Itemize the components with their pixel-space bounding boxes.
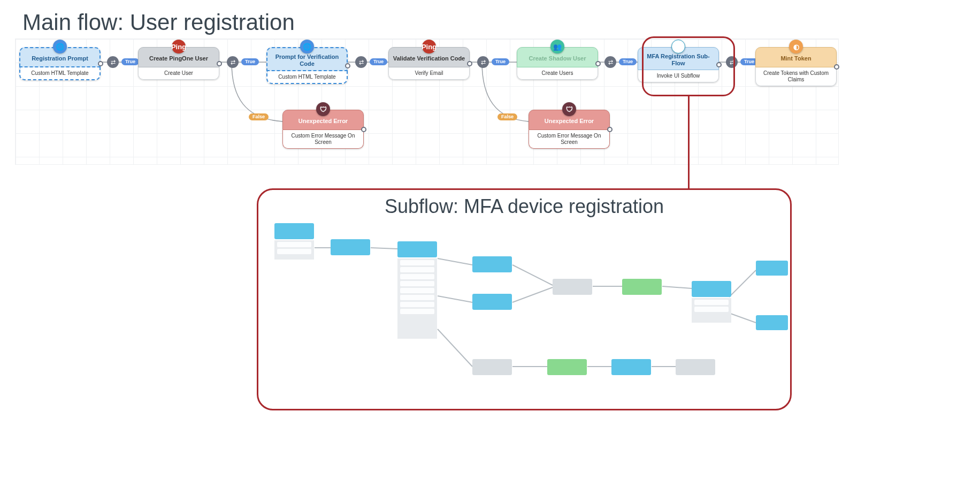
node-subtitle: Custom HTML Template — [19, 67, 101, 80]
node-subtitle: Custom HTML Template — [266, 71, 348, 84]
subflow-node — [472, 359, 512, 375]
port-out-icon — [716, 62, 722, 67]
shield-icon: 🛡 — [562, 102, 576, 116]
port-out-icon — [607, 127, 612, 132]
node-validate-verification-code[interactable]: Ping Validate Verification Code Verify E… — [388, 47, 470, 80]
node-create-pingone-user[interactable]: Ping Create PingOne User Create User — [138, 47, 219, 80]
node-prompt-verification-code[interactable]: 🌐 Prompt for Verification Code Custom HT… — [266, 47, 348, 84]
port-out-icon — [217, 61, 222, 66]
svg-line-15 — [729, 313, 756, 323]
svg-line-8 — [438, 258, 472, 265]
true-pill: True — [241, 58, 259, 65]
node-subtitle: Custom Error Message On Screen — [282, 130, 364, 149]
svg-line-11 — [512, 287, 553, 302]
port-out-icon — [361, 127, 366, 132]
subflow-node — [676, 359, 715, 375]
subflow-node — [622, 279, 662, 295]
connector-dot — [107, 56, 119, 68]
subflow-icon: ⇆ — [671, 40, 685, 54]
svg-line-7 — [371, 248, 397, 249]
connector-dot — [604, 56, 616, 68]
subflow-node-body — [397, 258, 437, 339]
connector-dot — [355, 56, 367, 68]
subflow-node — [692, 281, 731, 297]
globe-icon: 🌐 — [300, 40, 314, 54]
subflow-node — [472, 256, 512, 272]
subflow-panel: Subflow: MFA device registration — [257, 188, 792, 410]
subflow-title: Subflow: MFA device registration — [258, 195, 790, 218]
true-pill: True — [121, 58, 139, 65]
subflow-node — [274, 223, 314, 239]
node-create-shadow-user[interactable]: 👥 Create Shadow User Create Users — [517, 47, 598, 80]
port-out-icon — [98, 61, 103, 66]
port-out-icon — [467, 61, 472, 66]
node-subtitle: Invoke UI Subflow — [638, 70, 719, 82]
node-subtitle: Create Users — [517, 67, 598, 80]
ping-icon: Ping — [172, 40, 186, 54]
false-pill: False — [497, 113, 517, 120]
node-subtitle: Custom Error Message On Screen — [529, 130, 610, 149]
svg-line-14 — [729, 270, 756, 297]
node-mint-token[interactable]: ◐ Mint Token Create Tokens with Custom C… — [755, 47, 837, 86]
users-icon: 👥 — [550, 40, 564, 54]
subflow-node — [472, 294, 512, 310]
subflow-node-body — [274, 240, 314, 260]
svg-line-9 — [438, 296, 472, 302]
true-pill: True — [492, 58, 509, 65]
true-pill: True — [619, 58, 637, 65]
globe-icon: 🌐 — [53, 40, 67, 54]
false-pill: False — [249, 113, 269, 120]
connector-dot — [227, 56, 239, 68]
subflow-node — [756, 261, 788, 276]
subflow-node — [547, 359, 587, 375]
svg-line-10 — [512, 265, 553, 285]
subflow-node — [611, 359, 651, 375]
subflow-node — [397, 241, 437, 257]
port-out-icon — [345, 63, 350, 68]
node-subtitle: Verify Email — [388, 67, 470, 80]
node-subtitle: Create User — [138, 67, 219, 80]
ping-icon: Ping — [422, 40, 436, 54]
port-out-icon — [595, 61, 601, 66]
node-unexpected-error-1[interactable]: 🛡 Unexpected Error Custom Error Message … — [282, 110, 364, 149]
callout-line — [688, 96, 690, 188]
subflow-node-body — [692, 298, 731, 323]
svg-line-13 — [662, 286, 692, 288]
subflow-node — [331, 239, 370, 255]
svg-line-16 — [438, 329, 472, 367]
node-unexpected-error-2[interactable]: 🛡 Unexpected Error Custom Error Message … — [529, 110, 610, 149]
token-icon: ◐ — [789, 40, 803, 54]
main-flow-title: Main flow: User registration — [22, 10, 295, 35]
connector-dot — [477, 56, 489, 68]
node-subtitle: Create Tokens with Custom Claims — [755, 67, 837, 86]
true-pill: True — [370, 58, 387, 65]
subflow-node — [553, 279, 592, 295]
node-registration-prompt[interactable]: 🌐 Registration Prompt Custom HTML Templa… — [19, 47, 101, 80]
port-out-icon — [834, 64, 839, 70]
node-mfa-registration-subflow[interactable]: ⇆ MFA Registration Sub-Flow Invoke UI Su… — [638, 47, 719, 82]
subflow-node — [756, 315, 788, 330]
shield-icon: 🛡 — [316, 102, 330, 116]
connector-dot — [726, 56, 738, 68]
